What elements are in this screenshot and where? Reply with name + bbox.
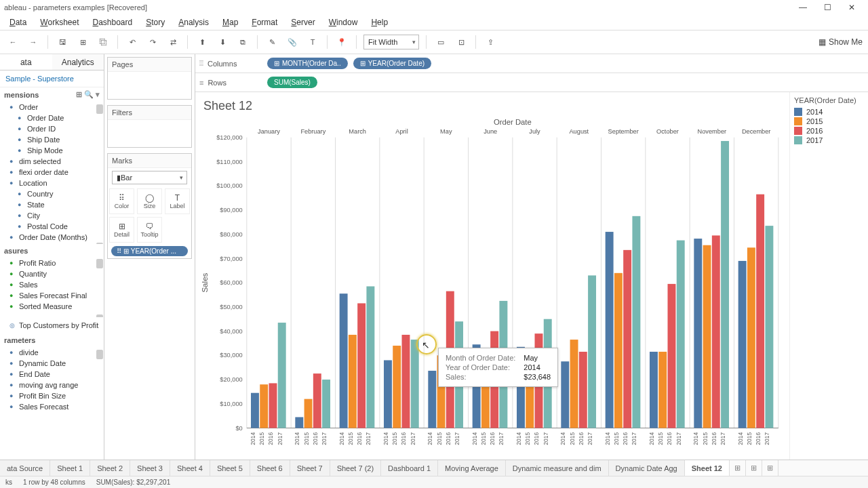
col-pill-month[interactable]: ⊞ MONTH(Order Da.. bbox=[267, 58, 348, 69]
sheet-tab-sheet-7-2-[interactable]: Sheet 7 (2) bbox=[330, 460, 381, 476]
field-dim-selected[interactable]: ●dim selected bbox=[0, 156, 104, 167]
sheet-tab-sheet-3[interactable]: Sheet 3 bbox=[130, 460, 170, 476]
menu-worksheet[interactable]: Worksheet bbox=[33, 16, 85, 28]
field-location[interactable]: ●Location bbox=[0, 178, 104, 188]
marks-label[interactable]: TLabel bbox=[165, 188, 190, 214]
pin-button[interactable]: 📍 bbox=[334, 35, 349, 49]
marks-color[interactable]: ⠿Color bbox=[109, 188, 134, 214]
swap-button[interactable]: ⇄ bbox=[165, 35, 180, 49]
data-tab[interactable]: ata bbox=[0, 54, 52, 70]
legend-item-2014[interactable]: 2014 bbox=[794, 107, 864, 117]
field-sales-forecast-final[interactable]: ●Sales Forecast Final bbox=[0, 290, 104, 301]
undo-button[interactable]: ↶ bbox=[125, 35, 140, 49]
legend-item-2017[interactable]: 2017 bbox=[794, 136, 864, 145]
menu-format[interactable]: Format bbox=[245, 16, 284, 28]
field-order-id[interactable]: ●Order ID bbox=[0, 123, 104, 134]
menu-window[interactable]: Window bbox=[322, 16, 365, 28]
menu-server[interactable]: Server bbox=[284, 16, 321, 28]
share-button[interactable]: ⇪ bbox=[483, 35, 498, 49]
legend-item-2016[interactable]: 2016 bbox=[794, 126, 864, 136]
sets-item[interactable]: ◎Top Customers by Profit bbox=[0, 317, 104, 333]
field-sales[interactable]: ●Sales bbox=[0, 279, 104, 290]
field-flexi-order-date[interactable]: ●flexi order date bbox=[0, 167, 104, 178]
new-worksheet-icon[interactable]: ⊞ bbox=[730, 460, 746, 476]
forward-button[interactable]: → bbox=[26, 35, 41, 49]
sheet-tab-dynamic-measure-and-dim[interactable]: Dynamic measure and dim bbox=[506, 460, 609, 476]
field-order-date[interactable]: ●Order Date bbox=[0, 113, 104, 123]
col-pill-year[interactable]: ⊞ YEAR(Order Date) bbox=[353, 58, 431, 69]
field-ship-date[interactable]: ●Ship Date bbox=[0, 134, 104, 145]
sheet-tab-sheet-6[interactable]: Sheet 6 bbox=[250, 460, 290, 476]
field-profit-bin-size[interactable]: ●Profit Bin Size bbox=[0, 390, 104, 401]
chart[interactable]: Order DateSales$0$10,000$20,000$30,000$4… bbox=[195, 116, 789, 460]
marks-tooltip[interactable]: 🗨Tooltip bbox=[137, 217, 162, 243]
data-source[interactable]: Sample - Superstore bbox=[0, 70, 104, 87]
new-story-icon[interactable]: ⊞ bbox=[762, 460, 778, 476]
pages-shelf[interactable]: Pages bbox=[107, 57, 192, 100]
mark-type-selector[interactable]: ▮ Bar bbox=[112, 171, 187, 184]
field-city[interactable]: ●City bbox=[0, 210, 104, 221]
new-data-button[interactable]: ⊞ bbox=[75, 35, 90, 49]
field-end-date[interactable]: ●End Date bbox=[0, 369, 104, 380]
field-sales-forecast[interactable]: ●Sales Forecast bbox=[0, 401, 104, 412]
field-country[interactable]: ●Country bbox=[0, 188, 104, 199]
sheet-tab-sheet-5[interactable]: Sheet 5 bbox=[210, 460, 250, 476]
new-sheet-button[interactable]: ⿻ bbox=[96, 35, 111, 49]
highlight-button[interactable]: ✎ bbox=[264, 35, 279, 49]
menu-dashboard[interactable]: Dashboard bbox=[86, 16, 140, 28]
maximize-button[interactable]: ☐ bbox=[815, 3, 840, 12]
field-dynamic-date[interactable]: ●Dynamic Date bbox=[0, 358, 104, 369]
show-me-button[interactable]: ▦ Show Me bbox=[818, 37, 863, 47]
label-button[interactable]: T bbox=[305, 35, 320, 49]
redo-button[interactable]: ↷ bbox=[145, 35, 160, 49]
back-button[interactable]: ← bbox=[5, 35, 20, 49]
field-moving-avg-range[interactable]: ●moving avg range bbox=[0, 380, 104, 390]
sheet-tab-dashboard-1[interactable]: Dashboard 1 bbox=[381, 460, 438, 476]
sheet-tab-ata-source[interactable]: ata Source bbox=[0, 460, 50, 476]
row-pill-sales[interactable]: SUM(Sales) bbox=[267, 77, 317, 88]
analytics-tab[interactable]: Analytics bbox=[52, 54, 104, 70]
filters-shelf[interactable]: Filters bbox=[107, 105, 192, 148]
marks-size[interactable]: ◯Size bbox=[137, 188, 162, 214]
field-sorted-measure[interactable]: ●Sorted Measure bbox=[0, 301, 104, 312]
sheet-tab-sheet-12[interactable]: Sheet 12 bbox=[685, 460, 730, 476]
sheet-tab-sheet-7[interactable]: Sheet 7 bbox=[290, 460, 330, 476]
columns-shelf[interactable]: ⦙⦙⦙Columns ⊞ MONTH(Order Da.. ⊞ YEAR(Ord… bbox=[195, 54, 868, 73]
attach-button[interactable]: 📎 bbox=[285, 35, 300, 49]
color-legend[interactable]: YEAR(Order Date) 2014201520162017 bbox=[789, 92, 868, 460]
sort-desc-button[interactable]: ⬇ bbox=[215, 35, 230, 49]
legend-item-2015[interactable]: 2015 bbox=[794, 117, 864, 126]
field-order-date-months-[interactable]: ●Order Date (Months) bbox=[0, 232, 104, 243]
menu-data[interactable]: Data bbox=[3, 16, 33, 28]
dashboard-button[interactable]: ⊡ bbox=[454, 35, 469, 49]
fit-selector[interactable]: Fit Width bbox=[363, 35, 419, 49]
marks-detail[interactable]: ⊞Detail bbox=[109, 217, 134, 243]
save-button[interactable]: 🖫 bbox=[55, 35, 70, 49]
minimize-button[interactable]: — bbox=[791, 3, 815, 12]
field-divide[interactable]: ●divide bbox=[0, 347, 104, 358]
sheet-tab-dynamic-date-agg[interactable]: Dynamic Date Agg bbox=[609, 460, 685, 476]
menu-help[interactable]: Help bbox=[364, 16, 395, 28]
field-order[interactable]: ●Order bbox=[0, 102, 104, 113]
sheet-tab-sheet-1[interactable]: Sheet 1 bbox=[50, 460, 90, 476]
menu-story[interactable]: Story bbox=[139, 16, 172, 28]
menu-analysis[interactable]: Analysis bbox=[172, 16, 216, 28]
close-button[interactable]: ✕ bbox=[840, 3, 864, 12]
sheet-tab-moving-average[interactable]: Moving Average bbox=[438, 460, 506, 476]
field-profit-ratio[interactable]: ●Profit Ratio bbox=[0, 258, 104, 268]
sheet-tab-sheet-4[interactable]: Sheet 4 bbox=[170, 460, 210, 476]
field-ship-mode[interactable]: ●Ship Mode bbox=[0, 145, 104, 156]
menu-map[interactable]: Map bbox=[216, 16, 245, 28]
sheet-tab-sheet-2[interactable]: Sheet 2 bbox=[90, 460, 130, 476]
marks-pill-year[interactable]: ⠿ ⊞ YEAR(Order ... bbox=[111, 246, 188, 256]
sheet-title[interactable]: Sheet 12 bbox=[195, 92, 789, 116]
field-postal-code[interactable]: ●Postal Code bbox=[0, 221, 104, 232]
group-button[interactable]: ⧉ bbox=[235, 35, 250, 49]
field-quantity[interactable]: ●Quantity bbox=[0, 268, 104, 279]
sort-asc-button[interactable]: ⬆ bbox=[195, 35, 210, 49]
rows-shelf[interactable]: ≡Rows SUM(Sales) bbox=[195, 73, 868, 92]
field-state[interactable]: ●State bbox=[0, 199, 104, 210]
new-dashboard-icon[interactable]: ⊞ bbox=[746, 460, 762, 476]
presentation-button[interactable]: ▭ bbox=[433, 35, 448, 49]
field-order-date-years-[interactable]: ●Order Date (Years) bbox=[0, 243, 104, 244]
